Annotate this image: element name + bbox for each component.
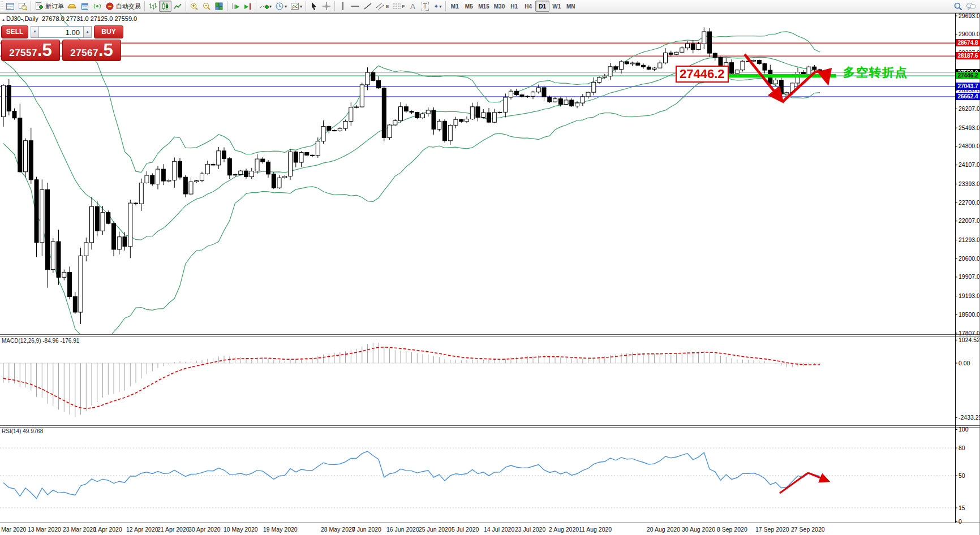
- sell-price-fraction: .5: [37, 42, 52, 58]
- spin-down-icon: ▾: [34, 29, 36, 34]
- price-callout-label[interactable]: 27446.2: [676, 66, 729, 83]
- sell-button[interactable]: SELL: [1, 25, 28, 38]
- buy-price-display[interactable]: 27567.5: [62, 40, 121, 61]
- buy-price-main: 27567: [70, 48, 98, 59]
- macd-panel-series: [0, 343, 820, 417]
- volume-input[interactable]: 1.00: [39, 26, 83, 38]
- buy-price-fraction: .5: [98, 42, 113, 58]
- rsi-panel-series: [0, 448, 955, 508]
- sell-price-main: 27557: [9, 48, 37, 59]
- bollinger-bands: [3, 0, 820, 343]
- rsi-arrow-down[interactable]: [808, 473, 827, 481]
- volume-decrease-button[interactable]: ▾: [31, 26, 39, 38]
- trading-terminal-window: 新订单 自动交易 ▾ ▾ ▾ E F A T ✦▾: [0, 0, 980, 535]
- rsi-line: [3, 451, 820, 499]
- support-highlight-line[interactable]: [728, 74, 836, 77]
- volume-increase-button[interactable]: ▴: [83, 26, 92, 38]
- chart-canvas: [0, 0, 980, 535]
- sell-price-display[interactable]: 27557.5: [1, 40, 60, 61]
- volume-stepper: ▾ 1.00 ▴: [31, 26, 92, 38]
- one-click-trading-panel: SELL ▾ 1.00 ▴ BUY 27557.5 27567.5: [1, 25, 123, 61]
- spin-up-icon: ▴: [87, 29, 89, 34]
- buy-button[interactable]: BUY: [94, 25, 123, 38]
